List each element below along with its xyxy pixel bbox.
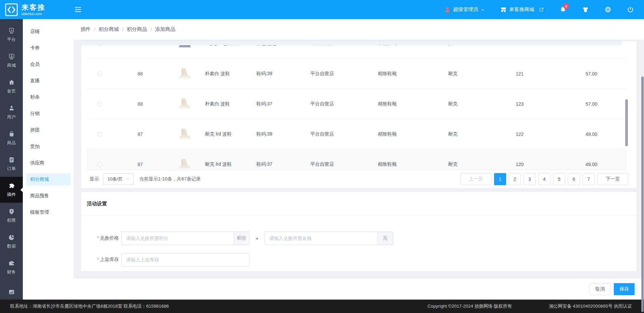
product-image — [177, 66, 193, 82]
page-number-button-6[interactable]: 6 — [568, 173, 580, 185]
product-spec: 鞋码:39 — [254, 71, 308, 77]
mall-link[interactable]: 来客推商城 — [500, 6, 544, 13]
cancel-button[interactable]: 取消 — [590, 283, 610, 295]
pagination-bar: 显示 10条/页 当前显示1-10条，共67条记录 上一页 1234567 下一… — [81, 170, 637, 188]
sidebar-item-插件[interactable]: 插件 — [0, 177, 23, 203]
mall-icon — [8, 53, 15, 60]
avatar-icon — [444, 6, 451, 13]
admin-user-menu[interactable]: 超级管理员 — [444, 6, 485, 13]
submenu-item-竞拍[interactable]: 竞拍 — [26, 138, 70, 155]
exchange-amount-input[interactable] — [265, 231, 378, 245]
page-number-button-7[interactable]: 7 — [583, 173, 595, 185]
product-store: 平台自营店 — [308, 161, 375, 167]
stock-input[interactable] — [121, 253, 250, 266]
submenu-item-label: 卡券 — [30, 45, 40, 51]
submenu-item-模板管理[interactable]: 模板管理 — [26, 204, 70, 220]
sidebar-item-用户[interactable]: 用户 — [0, 99, 23, 125]
product-spec: 鞋码:37 — [254, 101, 308, 107]
breadcrumb-item[interactable]: 积分商品 — [127, 26, 147, 33]
product-category: 精致鞋靴 — [375, 161, 445, 167]
globe-language-icon[interactable] — [604, 6, 611, 13]
brand-logo-icon — [5, 3, 18, 16]
submenu-item-直播[interactable]: 直播 — [26, 72, 70, 89]
product-stock: 121 — [513, 71, 556, 76]
row-select-radio[interactable] — [97, 132, 102, 137]
breadcrumb-separator: / — [94, 27, 95, 32]
table-header-clip — [81, 41, 622, 45]
row-select-radio[interactable] — [97, 71, 102, 76]
page-number-button-4[interactable]: 4 — [538, 173, 550, 185]
user-icon — [8, 105, 15, 112]
breadcrumb-item[interactable]: 积分商城 — [99, 26, 119, 33]
product-brand: 耐克 — [445, 101, 513, 107]
product-id: 87 — [113, 162, 167, 167]
submenu-item-拼团[interactable]: 拼团 — [26, 122, 70, 138]
sidebar-item-订单[interactable]: 订单 — [0, 151, 23, 177]
submenu-item-积分商城[interactable]: 积分商城 — [26, 173, 70, 186]
submenu-item-label: 模板管理 — [30, 209, 49, 215]
sidebar-item-商品[interactable]: 商品 — [0, 125, 23, 151]
sidebar-item-首页[interactable]: 首页 — [0, 73, 23, 99]
select-caret-icon — [126, 177, 130, 181]
exchange-price-label: 兑换价格 — [100, 235, 119, 241]
tshirt-icon[interactable] — [582, 6, 589, 13]
prev-page-button[interactable]: 上一页 — [461, 173, 491, 185]
footer-copyright: Copyright ©2017-2024 拾捌网络 版权所有 — [428, 303, 512, 309]
logo[interactable]: 来客推 laiketui.com — [0, 3, 68, 16]
table-scroll-area[interactable]: 996笔记本电脑自营颜色:蓝色平台自营店手机数码其它16299.0088朴素白 … — [81, 41, 637, 170]
activity-settings-title: 活动设置 — [81, 192, 637, 207]
submenu-item-label: 供应商 — [30, 160, 44, 166]
exchange-price-row: *兑换价格 积分 + 元 — [81, 231, 637, 245]
brand-domain: laiketui.com — [21, 12, 46, 16]
submenu-item-分销[interactable]: 分销 — [26, 105, 70, 122]
sidebar-item-label: 权限 — [7, 217, 16, 223]
page-number-button-5[interactable]: 5 — [553, 173, 565, 185]
save-button[interactable]: 保存 — [614, 283, 635, 295]
submenu-item-会员[interactable]: 会员 — [26, 56, 70, 72]
table-row[interactable]: 87耐克 lrd 波鞋鞋码:39平台自营店精致鞋靴耐克12249.00 — [86, 119, 627, 149]
submenu-item-label: 直播 — [30, 78, 40, 84]
submenu-item-卡券[interactable]: 卡券 — [26, 40, 70, 56]
sidebar-item-商城[interactable]: 商城 — [0, 48, 23, 73]
product-price: 57.00 — [556, 71, 627, 76]
page-number-button-3[interactable]: 3 — [524, 173, 536, 185]
page-scrollbar-thumb[interactable] — [641, 76, 644, 312]
submenu-item-供应商[interactable]: 供应商 — [26, 155, 70, 171]
breadcrumb-item[interactable]: 插件 — [80, 26, 91, 33]
page-size-select[interactable]: 10条/页 — [103, 173, 134, 185]
product-name: 朴素白 波鞋 — [202, 101, 254, 107]
table-row[interactable]: 88朴素白 波鞋鞋码:39平台自营店精致鞋靴耐克12157.00 — [86, 59, 627, 89]
row-select-radio[interactable] — [97, 102, 102, 106]
breadcrumb-item: 添加商品 — [155, 26, 175, 33]
sidebar-item-财务[interactable]: 财务 — [0, 254, 23, 280]
page-number-button-2[interactable]: 2 — [509, 173, 521, 185]
submenu-item-label: 积分商城 — [30, 176, 49, 182]
power-logout-icon[interactable] — [627, 6, 634, 13]
mall-link-label: 来客推商城 — [509, 6, 534, 13]
submenu-item-店铺[interactable]: 店铺 — [26, 23, 70, 40]
submenu-item-秒杀[interactable]: 秒杀 — [26, 89, 70, 105]
footer-license[interactable]: 湘公网安备 43010402000895号 执照认证 — [549, 303, 632, 309]
submenu-item-商品预售[interactable]: 商品预售 — [26, 188, 70, 204]
auth-icon — [8, 208, 15, 215]
external-link-icon — [539, 7, 544, 12]
footer-bar: 联系地址：湖南省长沙市岳麓区绿地中央广场6栋2018室 联系电话：6159816… — [0, 300, 644, 313]
divider — [81, 215, 637, 215]
sidebar-item-平台[interactable]: S平台 — [0, 22, 23, 48]
next-page-button[interactable]: 下一页 — [597, 173, 628, 185]
page-size-value: 10条/页 — [108, 176, 122, 182]
table-row[interactable]: 88朴素白 波鞋鞋码:37平台自营店精致鞋靴耐克12357.00 — [86, 89, 627, 119]
table-scrollbar-thumb[interactable] — [625, 99, 628, 146]
table-row[interactable]: 87耐克 lrd 波鞋鞋码:37平台自营店精致鞋靴耐克12049.00 — [86, 149, 627, 170]
collapse-menu-icon[interactable] — [74, 5, 82, 14]
plugin-icon — [8, 182, 15, 189]
row-select-radio[interactable] — [97, 162, 102, 167]
sidebar-item-数据[interactable]: 数据 — [0, 228, 23, 254]
sidebar-item-label: 平台 — [7, 37, 16, 43]
plus-joiner: + — [256, 236, 259, 241]
page-number-button-1[interactable]: 1 — [494, 173, 506, 185]
product-image — [177, 157, 193, 171]
sidebar-item-权限[interactable]: 权限 — [0, 203, 23, 228]
exchange-points-input[interactable] — [121, 231, 234, 245]
notification-bell-icon[interactable]: 4 — [559, 6, 567, 13]
